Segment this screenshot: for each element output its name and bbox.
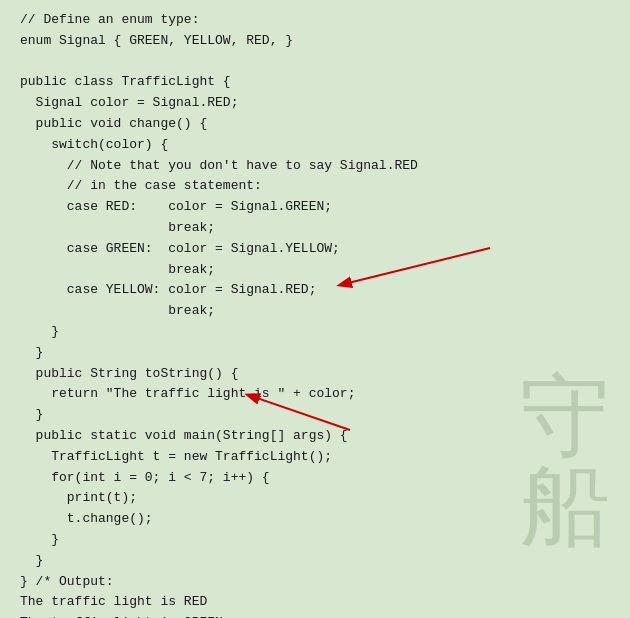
code-line: }	[20, 343, 610, 364]
code-line: public class TrafficLight {	[20, 72, 610, 93]
code-line: case GREEN: color = Signal.YELLOW;	[20, 239, 610, 260]
code-line: break;	[20, 260, 610, 281]
code-line: public void change() {	[20, 114, 610, 135]
code-line: // in the case statement:	[20, 176, 610, 197]
code-content: // Define an enum type:enum Signal { GRE…	[20, 10, 610, 618]
code-line: The traffic light is GREEN	[20, 613, 610, 618]
code-line: case YELLOW: color = Signal.RED;	[20, 280, 610, 301]
code-line: } /* Output:	[20, 572, 610, 593]
code-line: public static void main(String[] args) {	[20, 426, 610, 447]
code-line: }	[20, 322, 610, 343]
code-line: }	[20, 530, 610, 551]
code-line: The traffic light is RED	[20, 592, 610, 613]
code-line: // Define an enum type:	[20, 10, 610, 31]
code-line: enum Signal { GREEN, YELLOW, RED, }	[20, 31, 610, 52]
code-line: public String toString() {	[20, 364, 610, 385]
code-line: case RED: color = Signal.GREEN;	[20, 197, 610, 218]
code-line: switch(color) {	[20, 135, 610, 156]
code-line: }	[20, 551, 610, 572]
code-line: Signal color = Signal.RED;	[20, 93, 610, 114]
code-line: break;	[20, 301, 610, 322]
code-block: // Define an enum type:enum Signal { GRE…	[0, 0, 630, 618]
code-line: print(t);	[20, 488, 610, 509]
code-line: return "The traffic light is " + color;	[20, 384, 610, 405]
code-line: break;	[20, 218, 610, 239]
code-line: TrafficLight t = new TrafficLight();	[20, 447, 610, 468]
code-line: // Note that you don't have to say Signa…	[20, 156, 610, 177]
code-line	[20, 52, 610, 73]
code-line: for(int i = 0; i < 7; i++) {	[20, 468, 610, 489]
code-line: t.change();	[20, 509, 610, 530]
code-line: }	[20, 405, 610, 426]
